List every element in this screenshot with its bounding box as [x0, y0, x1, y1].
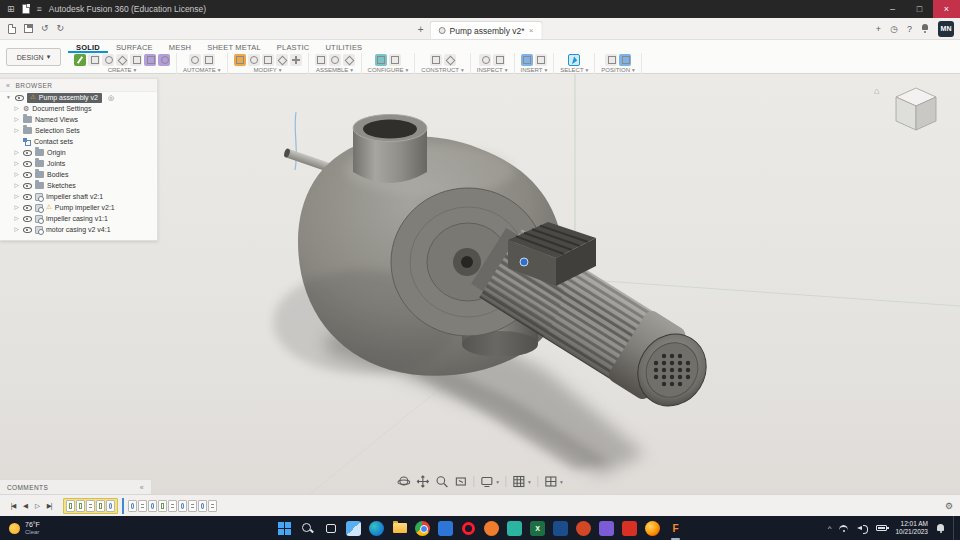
fillet-tool-icon[interactable] [248, 54, 260, 66]
select-group-label[interactable]: SELECT [560, 67, 583, 73]
edge-browser-icon[interactable] [369, 521, 384, 536]
browser-item-joints[interactable]: ▷ Joints [0, 158, 157, 169]
position-group-label[interactable]: POSITION [601, 67, 630, 73]
visibility-eye-icon[interactable] [23, 171, 32, 178]
combine-tool-icon[interactable] [276, 54, 288, 66]
pan-icon[interactable] [416, 475, 429, 488]
timeline-feature[interactable] [198, 500, 207, 512]
orbit-icon[interactable] [397, 475, 410, 488]
pinned-app-icon[interactable] [507, 521, 522, 536]
timeline-feature[interactable] [168, 500, 177, 512]
comments-bar[interactable]: COMMENTS « [0, 479, 152, 494]
activate-component-icon[interactable]: ◎ [108, 94, 114, 102]
firefox-browser-icon[interactable] [645, 521, 660, 536]
configure-group-label[interactable]: CONFIGURE [368, 67, 404, 73]
insert-group-label[interactable]: INSERT [521, 67, 543, 73]
chrome-browser-icon[interactable] [415, 521, 430, 536]
notification-center-icon[interactable] [936, 524, 945, 533]
construction-axis-icon[interactable] [444, 54, 456, 66]
capture-position-icon[interactable] [619, 54, 631, 66]
home-view-icon[interactable]: ⌂ [874, 86, 879, 96]
visibility-eye-icon[interactable] [15, 94, 24, 101]
create-group-label[interactable]: CREATE [108, 67, 132, 73]
file-icon[interactable] [22, 4, 30, 14]
zoom-icon[interactable] [435, 475, 448, 488]
tree-expand-icon[interactable]: ▷ [13, 216, 20, 222]
file-explorer-icon[interactable] [392, 521, 407, 536]
browser-collapse-icon[interactable]: « [6, 82, 10, 89]
browser-item-motor-casing[interactable]: ▷ motor casing v2 v4:1 [0, 224, 157, 235]
position-tool-icon[interactable] [605, 54, 617, 66]
browser-item-label[interactable]: Joints [47, 160, 65, 167]
display-settings-caret[interactable]: ▾ [496, 479, 499, 485]
browser-item-label[interactable]: Origin [47, 149, 66, 156]
document-tab[interactable]: Pump assembly v2* × [430, 21, 543, 39]
cylinder-tool-icon[interactable] [102, 54, 114, 66]
timeline-feature[interactable] [86, 500, 95, 512]
tree-expand-icon[interactable]: ▷ [13, 227, 20, 233]
timeline-feature[interactable] [128, 500, 137, 512]
notification-bell-icon[interactable] [921, 24, 929, 33]
app-grid-icon[interactable]: ⊞ [7, 5, 15, 14]
battery-icon[interactable] [876, 525, 887, 531]
show-desktop-sliver[interactable] [953, 516, 955, 540]
construction-plane-icon[interactable] [430, 54, 442, 66]
maximize-button[interactable]: □ [906, 0, 933, 18]
tab-surface[interactable]: SURFACE [108, 42, 161, 53]
browser-item-label[interactable]: Contact sets [34, 138, 73, 145]
excel-icon[interactable]: X [530, 521, 545, 536]
search-button[interactable] [300, 521, 315, 536]
pinned-app-icon[interactable] [576, 521, 591, 536]
fit-icon[interactable] [454, 475, 467, 488]
browser-item-sketches[interactable]: ▷ Sketches [0, 180, 157, 191]
visibility-eye-icon[interactable] [23, 226, 32, 233]
tab-utilities[interactable]: UTILITIES [318, 42, 371, 53]
tree-expand-icon[interactable]: ▷ [13, 106, 20, 112]
tab-mesh[interactable]: MESH [161, 42, 199, 53]
close-button[interactable]: × [933, 0, 960, 18]
pinned-app-icon[interactable] [484, 521, 499, 536]
timeline-feature[interactable] [148, 500, 157, 512]
timeline-scrubber[interactable] [122, 498, 124, 514]
timeline-feature[interactable] [158, 500, 167, 512]
press-pull-icon[interactable] [234, 54, 246, 66]
pinned-app-icon[interactable] [553, 521, 568, 536]
modify-group-label[interactable]: MODIFY [253, 67, 276, 73]
pinned-app-icon[interactable] [599, 521, 614, 536]
browser-item-document-settings[interactable]: ▷ ⚙ Document Settings [0, 103, 157, 114]
tree-expand-icon[interactable]: ▷ [13, 161, 20, 167]
browser-item-label[interactable]: motor casing v2 v4:1 [46, 226, 111, 233]
joint-tool-icon[interactable] [329, 54, 341, 66]
comments-collapse-icon[interactable]: « [140, 484, 144, 491]
browser-item-label[interactable]: Pump impeller v2:1 [55, 204, 115, 211]
new-component-icon[interactable] [315, 54, 327, 66]
viewports-icon[interactable] [544, 475, 557, 488]
taskbar-clock[interactable]: 12:01 AM 10/21/2023 [895, 520, 928, 536]
hidden-icons-chevron[interactable]: ^ [828, 524, 832, 533]
widgets-button[interactable] [346, 521, 361, 536]
visibility-eye-icon[interactable] [23, 160, 32, 167]
tree-expand-icon[interactable]: ▷ [13, 194, 20, 200]
timeline-feature[interactable] [96, 500, 105, 512]
wifi-icon[interactable] [839, 523, 849, 533]
volume-icon[interactable] [857, 524, 868, 533]
insert-mesh-icon[interactable] [535, 54, 547, 66]
browser-item-label[interactable]: Document Settings [32, 105, 91, 112]
tree-expand-icon[interactable]: ▷ [13, 150, 20, 156]
visibility-eye-icon[interactable] [23, 204, 32, 211]
grid-settings-caret[interactable]: ▾ [528, 479, 531, 485]
browser-item-impeller-shaft[interactable]: ▷ Impeller shaft v2:1 [0, 191, 157, 202]
tab-solid[interactable]: SOLID [68, 42, 108, 53]
browser-item-pump-impeller[interactable]: ▷ ⚠ Pump impeller v2:1 [0, 202, 157, 213]
form-tool-icon[interactable] [144, 54, 156, 66]
timeline-settings-gear-icon[interactable]: ⚙ [945, 501, 953, 511]
menu-icon[interactable]: ≡ [37, 5, 42, 14]
view-cube-graphic[interactable] [888, 84, 944, 136]
sphere-tool-icon[interactable] [116, 54, 128, 66]
file-menu-icon[interactable] [8, 24, 16, 34]
browser-item-bodies[interactable]: ▷ Bodies [0, 169, 157, 180]
browser-root-row[interactable]: ▾ ⚠ Pump assembly v2 ◎ [0, 92, 157, 103]
insert-derive-icon[interactable] [521, 54, 533, 66]
redo-icon[interactable]: ↻ [57, 24, 65, 33]
extensions-icon[interactable]: + [876, 24, 881, 34]
